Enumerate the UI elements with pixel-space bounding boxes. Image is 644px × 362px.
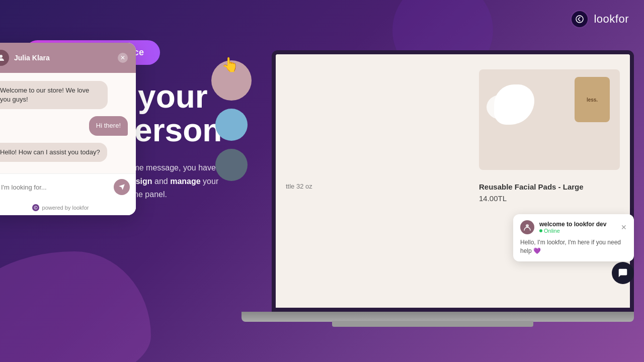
mini-agent-avatar xyxy=(520,220,534,234)
logo-icon xyxy=(571,10,589,28)
desc-part3: and xyxy=(152,177,171,186)
product-details: Reusable Facial Pads - Large 14.00TL xyxy=(479,183,620,203)
chat-header: Julia Klara ✕ xyxy=(0,43,136,73)
mini-status: Online xyxy=(539,228,616,234)
product-title: Reusable Facial Pads - Large xyxy=(479,183,620,191)
message-1: Welcome to our store! We love you guys! xyxy=(0,81,108,109)
svg-point-2 xyxy=(0,55,3,58)
product-image-area: less. xyxy=(479,69,620,170)
message-2: Hi there! xyxy=(89,116,128,135)
laptop-base xyxy=(242,312,634,322)
hand-pointer-icon: 👆 xyxy=(221,56,239,73)
laptop-stand xyxy=(332,321,533,327)
chat-send-button[interactable] xyxy=(114,179,130,195)
chat-bubble-icon-button[interactable] xyxy=(612,262,634,284)
svg-point-3 xyxy=(34,206,37,209)
powered-logo-icon xyxy=(32,204,39,211)
product-variant: ttle 32 oz xyxy=(286,183,312,190)
mini-chat-message: Hello, I'm lookfor, I'm here if you need… xyxy=(520,238,627,255)
message-3: Hello! How can I assist you today? xyxy=(0,143,107,162)
powered-by-text: powered by lookfor xyxy=(42,205,89,211)
header: lookfor xyxy=(555,0,644,38)
mini-chat-notification[interactable]: welcome to lookfor dev Online ✕ Hello, I… xyxy=(513,214,634,261)
online-status-text: Online xyxy=(544,228,560,234)
online-status-dot xyxy=(539,229,542,232)
agent-avatar xyxy=(0,50,9,66)
chat-input-area: ↻ xyxy=(0,173,136,200)
mini-chat-close-button[interactable]: ✕ xyxy=(621,223,627,231)
svg-point-1 xyxy=(526,224,529,227)
chat-widget: Julia Klara ✕ Welcome to our store! We l… xyxy=(0,43,136,215)
chat-close-button[interactable]: ✕ xyxy=(118,53,128,63)
laptop-screen: less. Reusable Facial Pads - Large 14.00… xyxy=(272,50,634,312)
desc-bold3: manage xyxy=(170,177,200,186)
agent-name: Julia Klara xyxy=(14,54,50,62)
product-price: 14.00TL xyxy=(479,194,620,203)
chat-footer: powered by lookfor xyxy=(0,200,136,215)
product-page: less. Reusable Facial Pads - Large 14.00… xyxy=(276,54,630,308)
mini-agent-name: welcome to lookfor dev xyxy=(539,221,616,228)
mini-chat-info: welcome to lookfor dev Online xyxy=(539,221,616,234)
laptop-area: less. Reusable Facial Pads - Large 14.00… xyxy=(242,40,644,332)
chat-messages: Welcome to our store! We love you guys! … xyxy=(0,73,136,173)
chat-input[interactable] xyxy=(1,184,110,191)
mini-chat-header: welcome to lookfor dev Online ✕ xyxy=(520,220,627,234)
chat-header-left: Julia Klara xyxy=(0,50,50,66)
background-blob-1 xyxy=(0,251,151,362)
logo-text: lookfor xyxy=(594,13,629,26)
svg-point-0 xyxy=(576,16,583,23)
